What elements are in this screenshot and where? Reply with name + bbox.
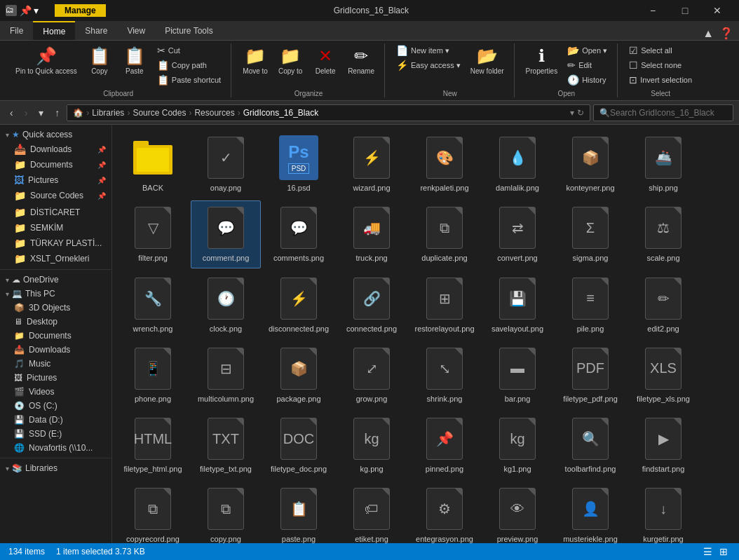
list-view-button[interactable]: ☰: [700, 545, 715, 559]
tab-view[interactable]: View: [117, 21, 155, 40]
file-item-entegrasyon[interactable]: ⚙ entegrasyon.png: [409, 482, 480, 543]
breadcrumb-source-codes[interactable]: Source Codes: [133, 108, 186, 118]
file-item-kg1[interactable]: kg kg1.png: [482, 411, 552, 479]
file-item-phone[interactable]: 📱 phone.png: [118, 341, 188, 409]
edit-button[interactable]: ✏ Edit: [563, 58, 611, 72]
file-item-preview[interactable]: 👁 preview.png: [482, 482, 552, 543]
minimize-button[interactable]: −: [637, 0, 669, 21]
up-button[interactable]: ↑: [50, 104, 64, 121]
file-item-sigma[interactable]: Σ sigma.png: [555, 200, 625, 268]
file-item-toolbarfind[interactable]: 🔍 toolbarfind.png: [555, 411, 625, 479]
sidebar-item-music[interactable]: 🎵 Music: [0, 357, 111, 371]
maximize-button[interactable]: □: [669, 0, 701, 21]
file-item-edit2[interactable]: ✏ edit2.png: [628, 271, 698, 339]
pin-quick-access-button[interactable]: 📌 Pin to Quick access: [11, 43, 81, 78]
file-item-musteriekle[interactable]: 👤 musteriekle.png: [555, 482, 625, 543]
search-box[interactable]: 🔍: [593, 104, 733, 121]
breadcrumb-libraries[interactable]: Libraries: [92, 108, 124, 118]
file-item-truck[interactable]: 🚚 truck.png: [337, 200, 407, 268]
file-item-filetype_xls[interactable]: XLS filetype_xls.png: [628, 341, 698, 409]
sidebar-item-3d-objects[interactable]: 📦 3D Objects: [0, 301, 111, 315]
tab-home[interactable]: Home: [33, 21, 75, 40]
delete-button[interactable]: ✕ Delete: [309, 43, 342, 78]
tab-picture-tools[interactable]: Picture Tools: [155, 21, 222, 40]
sidebar-item-semkim[interactable]: 📁 SEMKİM: [0, 220, 111, 235]
breadcrumb-current[interactable]: GridIcons_16_Black: [243, 108, 318, 118]
file-item-pile[interactable]: ≡ pile.png: [555, 271, 625, 339]
file-item-wizard[interactable]: ⚡ wizard.png: [337, 130, 407, 198]
move-to-button[interactable]: 📁 Move to: [238, 43, 272, 78]
refresh-icon[interactable]: ↻: [577, 108, 584, 118]
sidebar-item-pc-pictures[interactable]: 🖼 Pictures: [0, 371, 111, 385]
search-input[interactable]: [610, 108, 727, 118]
copy-button[interactable]: 📋 Copy: [83, 43, 116, 78]
file-item-savelayout[interactable]: 💾 savelayout.png: [482, 271, 552, 339]
file-item-paste[interactable]: 📋 paste.png: [264, 482, 334, 543]
file-item-damlalik[interactable]: 💧 damlalik.png: [482, 130, 552, 198]
file-item-wrench[interactable]: 🔧 wrench.png: [118, 271, 188, 339]
thispc-header[interactable]: ▾ 💻 This PC: [0, 287, 111, 301]
sidebar-item-downloads[interactable]: 📥 Downloads 📌: [0, 142, 111, 157]
file-item-comment[interactable]: 💬 comment.png: [191, 200, 261, 268]
ribbon-expand-icon[interactable]: ▲: [703, 27, 714, 40]
file-item-connected[interactable]: 🔗 connected.png: [337, 271, 407, 339]
sidebar-item-disticaret[interactable]: 📁 DİSTİCARET: [0, 205, 111, 220]
easy-access-button[interactable]: ⚡ Easy access ▾: [392, 58, 465, 72]
tab-share[interactable]: Share: [75, 21, 117, 40]
sidebar-item-ssd-e[interactable]: 💾 SSD (E:): [0, 427, 111, 441]
sidebar-item-data-d[interactable]: 💾 Data (D:): [0, 413, 111, 427]
paste-button[interactable]: 📋 Paste: [118, 43, 151, 78]
open-button[interactable]: 📂 Open ▾: [563, 43, 611, 57]
sidebar-item-novafortis[interactable]: 🌐 Novafortis (\\10...: [0, 441, 111, 455]
sidebar-item-turkay[interactable]: 📁 TÜRKAY PLASTİ...: [0, 235, 111, 251]
cut-button[interactable]: ✂ Cut: [153, 43, 225, 57]
sidebar-item-videos[interactable]: 🎬 Videos: [0, 385, 111, 399]
sidebar-item-pictures[interactable]: 🖼 Pictures 📌: [0, 172, 111, 188]
file-item-convert[interactable]: ⇄ convert.png: [482, 200, 552, 268]
file-item-bar[interactable]: ▬ bar.png: [482, 341, 552, 409]
file-item-shrink[interactable]: ⤡ shrink.png: [409, 341, 480, 409]
copy-path-button[interactable]: 📋 Copy path: [153, 58, 225, 72]
paste-shortcut-button[interactable]: 📋 Paste shortcut: [153, 73, 225, 87]
select-all-button[interactable]: ☑ Select all: [625, 43, 696, 57]
file-item-duplicate[interactable]: ⧉ duplicate.png: [409, 200, 480, 268]
file-item-16psd[interactable]: Ps PSD 16.psd: [264, 130, 334, 198]
file-item-filetype_html[interactable]: HTML filetype_html.png: [118, 411, 188, 479]
sidebar-item-source-codes[interactable]: 📁 Source Codes 📌: [0, 188, 111, 203]
file-item-restorelayout[interactable]: ⊞ restorelayout.png: [409, 271, 480, 339]
copy-to-button[interactable]: 📁 Copy to: [273, 43, 307, 78]
file-item-filter[interactable]: ▽ filter.png: [118, 200, 188, 268]
quick-access-header[interactable]: ▾ ★ Quick access: [0, 128, 111, 142]
rename-button[interactable]: ✏ Rename: [344, 43, 379, 78]
history-button[interactable]: 🕐 History: [563, 73, 611, 87]
onedrive-header[interactable]: ▾ ☁ OneDrive: [0, 273, 111, 287]
close-button[interactable]: ✕: [701, 0, 733, 21]
file-item-etiket[interactable]: 🏷 etiket.png: [337, 482, 407, 543]
file-item-multicolumn[interactable]: ⊟ multicolumn.png: [191, 341, 261, 409]
file-item-kurgetir[interactable]: ↓ kurgetir.png: [628, 482, 698, 543]
file-item-scale[interactable]: ⚖ scale.png: [628, 200, 698, 268]
file-item-renkpaleti[interactable]: 🎨 renkpaleti.png: [409, 130, 480, 198]
help-icon[interactable]: ❓: [719, 27, 733, 40]
file-item-findstart[interactable]: ▶ findstart.png: [628, 411, 698, 479]
file-item-filetype_txt[interactable]: TXT filetype_txt.png: [191, 411, 261, 479]
new-item-button[interactable]: 📄 New item ▾: [392, 43, 465, 57]
file-item-disconnected[interactable]: ⚡ disconnected.png: [264, 271, 334, 339]
file-item-copy[interactable]: ⧉ copy.png: [191, 482, 261, 543]
sidebar-item-documents[interactable]: 📁 Documents 📌: [0, 157, 111, 172]
file-item-filetype_pdf[interactable]: PDF filetype_pdf.png: [555, 341, 625, 409]
file-item-filetype_doc[interactable]: DOC filetype_doc.png: [264, 411, 334, 479]
file-item-onay[interactable]: ✓ onay.png: [191, 130, 261, 198]
file-item-pinned[interactable]: 📌 pinned.png: [409, 411, 480, 479]
libraries-header[interactable]: ▾ 📚 Libraries: [0, 461, 111, 475]
file-item-konteyner[interactable]: 📦 konteyner.png: [555, 130, 625, 198]
recent-locations-button[interactable]: ▾: [34, 104, 48, 121]
breadcrumb-expand-icon[interactable]: ▾: [570, 108, 574, 118]
file-item-clock[interactable]: 🕐 clock.png: [191, 271, 261, 339]
sidebar-item-os-c[interactable]: 💿 OS (C:): [0, 399, 111, 413]
sidebar-item-pc-documents[interactable]: 📁 Documents: [0, 329, 111, 343]
properties-button[interactable]: ℹ Properties: [522, 43, 562, 78]
file-item-grow[interactable]: ⤢ grow.png: [337, 341, 407, 409]
file-item-kg[interactable]: kg kg.png: [337, 411, 407, 479]
sidebar-item-xslt[interactable]: 📁 XSLT_Ornekleri: [0, 251, 111, 266]
